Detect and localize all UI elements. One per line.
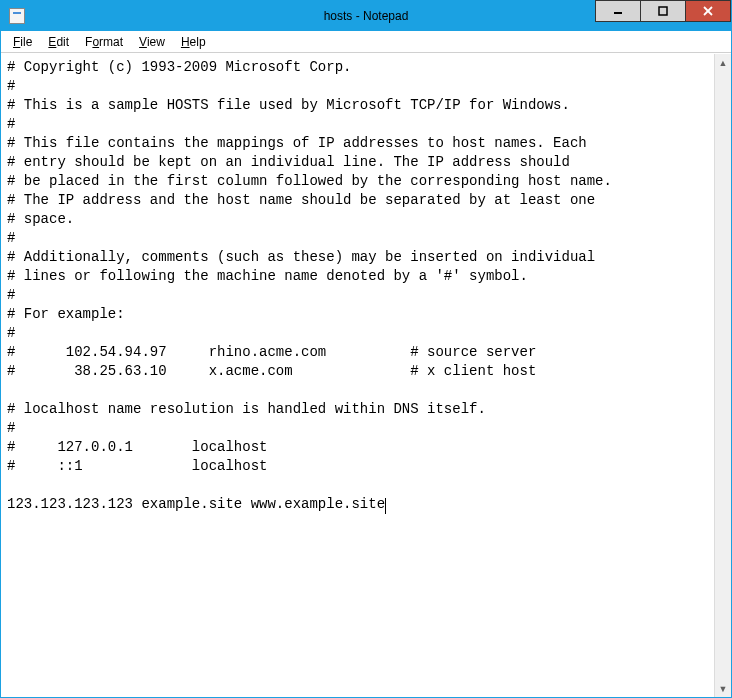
notepad-icon bbox=[9, 8, 25, 24]
close-button[interactable] bbox=[685, 0, 731, 22]
menu-file[interactable]: File bbox=[5, 33, 40, 51]
notepad-window: hosts - Notepad File Edit Format View He… bbox=[0, 0, 732, 698]
scroll-down-arrow-icon[interactable]: ▼ bbox=[715, 680, 731, 697]
minimize-button[interactable] bbox=[595, 0, 641, 22]
menubar: File Edit Format View Help bbox=[1, 31, 731, 53]
menu-help[interactable]: Help bbox=[173, 33, 214, 51]
menu-view[interactable]: View bbox=[131, 33, 173, 51]
menu-format[interactable]: Format bbox=[77, 33, 131, 51]
text-caret bbox=[385, 498, 386, 514]
close-icon bbox=[703, 6, 713, 16]
scroll-track[interactable] bbox=[715, 71, 731, 680]
titlebar[interactable]: hosts - Notepad bbox=[1, 1, 731, 31]
svg-rect-1 bbox=[659, 7, 667, 15]
menu-edit[interactable]: Edit bbox=[40, 33, 77, 51]
maximize-icon bbox=[658, 6, 668, 16]
vertical-scrollbar[interactable]: ▲ ▼ bbox=[714, 54, 731, 697]
content-area: # Copyright (c) 1993-2009 Microsoft Corp… bbox=[1, 53, 731, 697]
maximize-button[interactable] bbox=[640, 0, 686, 22]
scroll-up-arrow-icon[interactable]: ▲ bbox=[715, 54, 731, 71]
window-controls bbox=[596, 0, 731, 22]
text-editor[interactable]: # Copyright (c) 1993-2009 Microsoft Corp… bbox=[1, 54, 714, 697]
minimize-icon bbox=[613, 6, 623, 16]
